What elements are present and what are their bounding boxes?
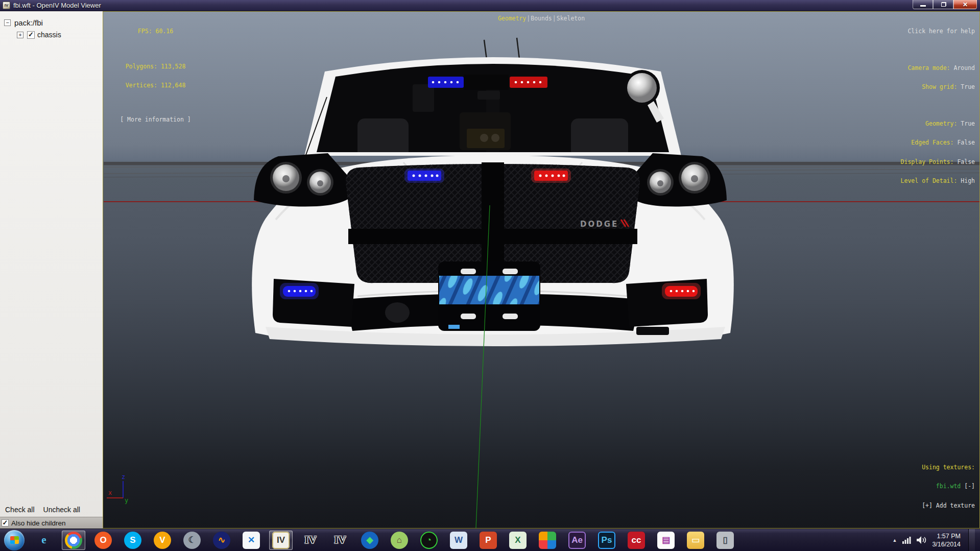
- tray-expand-icon[interactable]: ▲: [892, 538, 897, 543]
- restore-icon: [941, 3, 946, 7]
- setting-geometry[interactable]: Geometry: True: [901, 121, 975, 127]
- check-all-button[interactable]: Check all: [5, 506, 35, 514]
- photoshop-icon-glyph: Ps: [598, 532, 615, 549]
- teamspeak-icon-glyph: ☾: [183, 532, 201, 549]
- more-information-link[interactable]: [ More information ]: [103, 116, 208, 123]
- skype-icon-glyph: S: [124, 532, 141, 549]
- powerpoint-icon[interactable]: P: [476, 531, 500, 550]
- avg-icon[interactable]: [536, 531, 559, 550]
- also-hide-children-row[interactable]: Also hide children: [0, 517, 103, 529]
- also-hide-children-checkbox[interactable]: [2, 519, 9, 526]
- internet-explorer-icon[interactable]: e: [32, 531, 56, 550]
- gta-eflc-icon[interactable]: IV: [328, 531, 352, 550]
- minimize-icon: [920, 5, 926, 7]
- titlebar[interactable]: IV fbi.wft - OpenIV Model Viewer ✕: [0, 0, 980, 11]
- sims-plumbob-icon-glyph: ◆: [361, 532, 378, 549]
- powerpoint-icon-glyph: P: [480, 532, 497, 549]
- sims3-icon[interactable]: ⌂: [388, 531, 411, 550]
- origin-icon[interactable]: O: [91, 531, 115, 550]
- gta-iv-icon-glyph: IV: [302, 532, 319, 549]
- close-icon: ✕: [963, 2, 968, 8]
- render-stats: FPS: 60.16 Polygons: 113,528 Vertices: 1…: [103, 15, 208, 135]
- audacity-icon-glyph: ∿: [213, 532, 230, 549]
- tree-node-pack[interactable]: pack:/fbi: [0, 16, 103, 29]
- axis-z-label: z: [122, 473, 125, 481]
- axis-x-label: x: [108, 489, 112, 496]
- gta-iv-icon[interactable]: IV: [299, 531, 322, 550]
- creative-cloud-icon[interactable]: cc: [625, 531, 648, 550]
- windows-flag-icon: [10, 536, 19, 544]
- show-desktop-button[interactable]: [968, 529, 975, 551]
- texture-row: fbi.wtd [-]: [922, 483, 975, 490]
- excel-icon-glyph: X: [509, 532, 527, 549]
- minimize-button[interactable]: [913, 0, 933, 9]
- mp3-player-icon[interactable]: ▯: [713, 531, 737, 550]
- skype-icon[interactable]: S: [121, 531, 145, 550]
- setting-camera-mode[interactable]: Camera mode: Around: [901, 65, 975, 71]
- chassis-checkbox[interactable]: [27, 31, 35, 39]
- expand-icon[interactable]: [17, 32, 23, 38]
- start-button-glyph: [4, 530, 25, 550]
- start-button[interactable]: [3, 531, 26, 550]
- tree-node-chassis[interactable]: chassis: [0, 29, 103, 41]
- render-mode-tabs: Geometry|Bounds|Skeleton: [103, 15, 979, 22]
- openiv-window: IV fbi.wft - OpenIV Model Viewer ✕ pack:…: [0, 0, 980, 551]
- taskbar-icons: eOSV☾∿✕IVIVIV◆⌂◔WPXAePscc▤▭▯: [3, 529, 737, 551]
- tray-date: 3/16/2014: [932, 540, 961, 548]
- photoshop-icon[interactable]: Ps: [595, 531, 618, 550]
- avg-icon-glyph: [539, 532, 556, 549]
- tab-skeleton[interactable]: Skeleton: [557, 15, 585, 22]
- uncheck-all-button[interactable]: Uncheck all: [43, 506, 80, 514]
- openiv-app-icon: IV: [3, 2, 10, 9]
- taskbar-clock[interactable]: 1:57 PM 3/16/2014: [932, 532, 961, 548]
- image-file-icon[interactable]: ▤: [654, 531, 678, 550]
- remove-texture-button[interactable]: [-]: [961, 483, 975, 490]
- ventrilo-icon[interactable]: V: [151, 531, 174, 550]
- word-icon-glyph: W: [450, 532, 467, 549]
- using-textures-label: Using textures:: [922, 464, 975, 471]
- setting-edged-faces[interactable]: Edged Faces: False: [901, 139, 975, 146]
- game-booster-icon-glyph: ◔: [420, 532, 438, 549]
- windows-taskbar: eOSV☾∿✕IVIVIV◆⌂◔WPXAePscc▤▭▯ ▲ 1:57 PM 3…: [0, 529, 980, 551]
- origin-icon-glyph: O: [94, 532, 112, 549]
- restore-button[interactable]: [933, 0, 953, 9]
- setting-show-grid[interactable]: Show grid: True: [901, 84, 975, 90]
- gta-eflc-icon-glyph: IV: [331, 532, 349, 549]
- add-texture-button[interactable]: [+] Add texture: [922, 502, 975, 509]
- teamspeak-icon[interactable]: ☾: [180, 531, 204, 550]
- volume-icon[interactable]: [917, 536, 926, 544]
- explorer-folder-icon[interactable]: ▭: [684, 531, 707, 550]
- openiv-icon[interactable]: IV: [269, 531, 293, 550]
- excel-icon[interactable]: X: [506, 531, 530, 550]
- game-booster-icon[interactable]: ◔: [417, 531, 441, 550]
- network-signal-icon[interactable]: [902, 537, 911, 544]
- help-link[interactable]: Click here for help: [901, 28, 975, 35]
- axis-gizmo: z x y: [103, 471, 144, 514]
- also-hide-children-label: Also hide children: [11, 519, 66, 527]
- chrome-icon-glyph: [65, 532, 82, 549]
- tab-bounds[interactable]: Bounds: [531, 15, 552, 22]
- 3d-viewport[interactable]: DODGE: [103, 11, 980, 529]
- tab-geometry[interactable]: Geometry: [498, 15, 526, 22]
- sims-plumbob-icon[interactable]: ◆: [358, 531, 381, 550]
- after-effects-icon[interactable]: Ae: [565, 531, 589, 550]
- internet-explorer-icon-glyph: e: [35, 532, 53, 549]
- svg-text:DODGE: DODGE: [580, 220, 618, 229]
- xfire-icon[interactable]: ✕: [240, 531, 263, 550]
- openiv-icon-glyph: IV: [272, 532, 290, 549]
- creative-cloud-icon-glyph: cc: [628, 532, 645, 549]
- audacity-icon[interactable]: ∿: [210, 531, 233, 550]
- collapse-icon[interactable]: [4, 19, 11, 26]
- setting-level-of-detail[interactable]: Level of Detail: High: [901, 178, 975, 184]
- chrome-icon[interactable]: [62, 531, 85, 550]
- tree-root-label: pack:/fbi: [14, 18, 43, 27]
- close-button[interactable]: ✕: [953, 0, 977, 9]
- setting-display-points[interactable]: Display Points: False: [901, 159, 975, 165]
- word-icon[interactable]: W: [447, 531, 470, 550]
- textures-panel: Using textures: fbi.wtd [-] [+] Add text…: [922, 451, 975, 522]
- tab-separator: |: [552, 15, 557, 22]
- after-effects-icon-glyph: Ae: [568, 532, 586, 549]
- system-tray: ▲ 1:57 PM 3/16/2014: [892, 529, 980, 551]
- tree-chassis-label: chassis: [37, 31, 61, 39]
- axis-y-label: y: [125, 497, 128, 504]
